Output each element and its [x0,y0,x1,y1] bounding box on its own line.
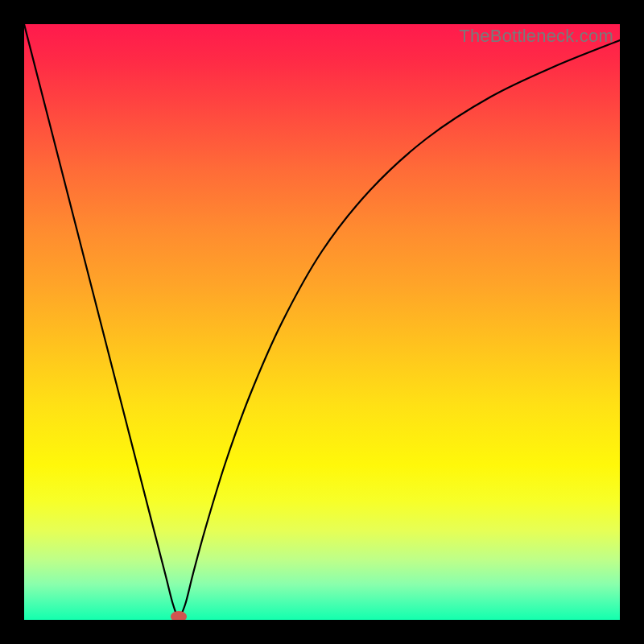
plot-area: TheBottleneck.com [24,24,620,620]
bottleneck-curve [24,24,620,617]
watermark-text: TheBottleneck.com [459,26,613,47]
curve-layer [24,24,620,620]
minimum-marker [171,611,187,620]
chart-frame: TheBottleneck.com [0,0,644,644]
